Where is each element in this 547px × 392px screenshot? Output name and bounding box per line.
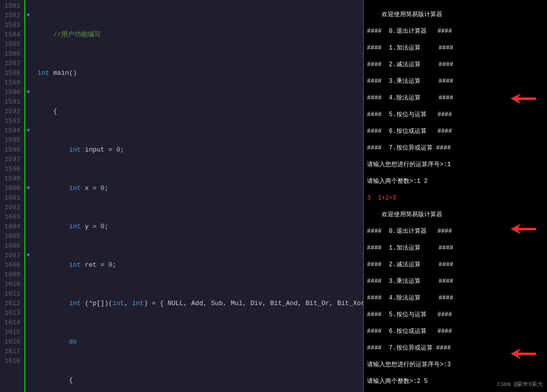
term-line: #### 7.按位异或运算 #### (367, 144, 544, 153)
fold-1600[interactable]: ▼ (25, 183, 31, 193)
line-numbers: 1581 1582 1583 1584 1585 1586 1587 1588 … (0, 0, 25, 392)
term-line: #### 3.乘法运算 #### (367, 77, 544, 86)
term-line: #### 2.减法运算 #### (367, 261, 544, 269)
term-line: #### 7.按位异或运算 #### (367, 344, 544, 353)
watermark: CSDN @蒙奇D索大 (497, 380, 543, 389)
term-line: #### 6.按位或运算 #### (367, 327, 544, 336)
fold-1582[interactable]: ▼ (25, 11, 31, 20)
term-line: #### 1.加法运算 #### (367, 244, 544, 253)
terminal-content: 欢迎使用简易版计算器 #### 0.退出计算器 #### #### 1.加法运算… (367, 2, 544, 390)
code-line-1587: int ret = 0; (37, 260, 363, 270)
code-line-1584: int input = 0; (37, 145, 363, 155)
code-line-1582: int main() (37, 68, 363, 78)
term-line: #### 6.按位或运算 #### (367, 127, 544, 136)
term-line: #### 0.退出计算器 #### (367, 27, 544, 36)
code-line-1583: { (37, 107, 363, 116)
term-line: #### 4.除法运算 #### (367, 94, 544, 103)
code-line-1589: do (37, 337, 363, 347)
main-container: 1581 1582 1583 1584 1585 1586 1587 1588 … (0, 0, 547, 392)
code-line-1581: //用户功能编写 (37, 30, 363, 39)
fold-1607[interactable]: ▼ (25, 251, 31, 260)
terminal: 欢迎使用简易版计算器 #### 0.退出计算器 #### #### 1.加法运算… (364, 0, 547, 392)
term-line: 欢迎使用简易版计算器 (367, 11, 544, 19)
term-line: 请输入您想进行的运算序号>:3 (367, 361, 544, 369)
term-line: 请输入您想进行的运算序号>:1 (367, 161, 544, 169)
term-line: #### 2.减法运算 #### (367, 61, 544, 69)
term-line: #### 0.退出计算器 #### (367, 227, 544, 236)
fold-gutter: ▼ ▼ ▼ ▼ (25, 0, 33, 392)
code-line-1586: int y = 0; (37, 222, 363, 231)
term-line: #### 3.乘法运算 #### (367, 277, 544, 286)
code-line-1585: int x = 0; (37, 183, 363, 193)
term-line: 欢迎使用简易版计算器 (367, 211, 544, 219)
code-content: 1581 1582 1583 1584 1585 1586 1587 1588 … (0, 0, 363, 392)
code-line-1590: { (37, 375, 363, 385)
code-lines[interactable]: //用户功能编写 int main() { int input = 0; (33, 0, 363, 392)
term-line: #### 1.加法运算 #### (367, 44, 544, 53)
term-line: #### 5.按位与运算 #### (367, 111, 544, 119)
term-line: #### 5.按位与运算 #### (367, 311, 544, 319)
term-result-1: 3 1+2=3 (367, 194, 544, 203)
term-line: 请输入两个整数>:1 2 (367, 177, 544, 186)
code-editor: 1581 1582 1583 1584 1585 1586 1587 1588 … (0, 0, 364, 392)
term-line: #### 4.除法运算 #### (367, 294, 544, 303)
fold-1590[interactable]: ▼ (25, 87, 31, 97)
fold-1594[interactable]: ▼ (25, 126, 31, 135)
code-line-1588: int (*p[])(int, int) = { NULL, Add, Sub,… (37, 299, 363, 308)
